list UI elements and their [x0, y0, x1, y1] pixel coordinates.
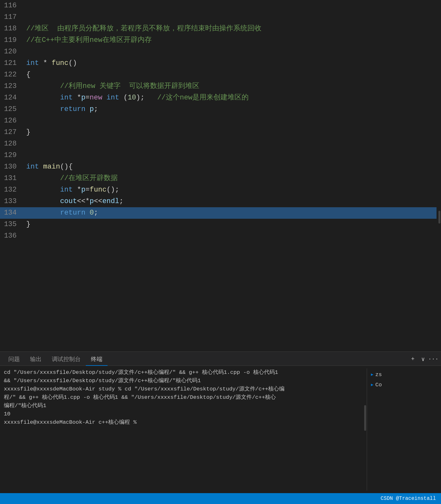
line-content [23, 138, 437, 150]
code-line: 136 [0, 230, 437, 242]
terminal-line: 程/" && g++ 核心代码1.cpp -o 核心代码1 && "/Users… [4, 393, 364, 402]
line-number: 135 [0, 219, 23, 230]
editor-area: 116 117 118//堆区 由程序员分配释放，若程序员不释放，程序结束时由操… [0, 0, 441, 351]
terminal-line: xxxxsfile@xxxxsdeMacBook-Air study % cd … [4, 385, 364, 393]
line-number: 128 [0, 138, 23, 150]
line-content: cout<<*p<<endl; [23, 196, 437, 207]
line-content: //在C++中主要利用new在堆区开辟内存 [23, 35, 437, 46]
terminal-sidebar-item[interactable]: ▶Co [370, 380, 435, 390]
line-number: 126 [0, 115, 23, 127]
status-bar-text: CSDN @Traceinstall [381, 496, 436, 501]
arrow-icon: ▶ [371, 381, 373, 390]
line-content: //在堆区开辟数据 [23, 173, 437, 184]
tab-bar-actions: + ∨ ··· [408, 355, 438, 364]
line-number: 121 [0, 58, 23, 69]
code-line: 127} [0, 127, 437, 138]
add-terminal-button[interactable]: + [408, 355, 417, 364]
terminal-chevron-button[interactable]: ∨ [419, 355, 428, 364]
code-line: 122{ [0, 69, 437, 81]
line-number: 136 [0, 230, 23, 242]
code-container[interactable]: 116 117 118//堆区 由程序员分配释放，若程序员不释放，程序结束时由操… [0, 0, 437, 351]
code-line: 123 //利用new 关键字 可以将数据开辟到堆区 [0, 81, 437, 92]
line-number: 122 [0, 69, 23, 81]
code-line: 116 [0, 0, 437, 12]
tab-bar: 问题输出调试控制台终端 + ∨ ··· [0, 352, 441, 366]
line-content [23, 12, 437, 23]
line-number: 124 [0, 92, 23, 104]
line-content: { [23, 69, 437, 81]
code-line: 129 [0, 150, 437, 161]
tab-输出[interactable]: 输出 [25, 352, 47, 366]
line-number: 131 [0, 173, 23, 184]
tab-调试控制台[interactable]: 调试控制台 [47, 352, 86, 366]
line-number: 132 [0, 184, 23, 196]
line-number: 130 [0, 161, 23, 173]
terminal-line: && "/Users/xxxxsfile/Desktop/study/源文件/c… [4, 377, 364, 385]
line-number: 119 [0, 35, 23, 46]
code-line: 121int * func() [0, 58, 437, 69]
terminal-line: 10 [4, 410, 364, 418]
line-content [23, 0, 437, 12]
code-line: 131 //在堆区开辟数据 [0, 173, 437, 184]
terminal-line: xxxxsfile@xxxxsdeMacBook-Air c++核心编程 % [4, 418, 364, 427]
terminal-content: cd "/Users/xxxxsfile/Desktop/study/源文件/c… [0, 366, 441, 493]
line-content: //利用new 关键字 可以将数据开辟到堆区 [23, 81, 437, 92]
terminal-line: cd "/Users/xxxxsfile/Desktop/study/源文件/c… [4, 368, 364, 377]
line-number: 134 [0, 207, 23, 219]
line-number: 116 [0, 0, 23, 12]
code-line: 125 return p; [0, 104, 437, 115]
terminal-more-button[interactable]: ··· [429, 355, 438, 364]
code-line: 135} [0, 219, 437, 230]
terminal-line: 编程/"核心代码1 [4, 402, 364, 410]
line-number: 118 [0, 23, 23, 35]
line-content: int *p=func(); [23, 184, 437, 196]
line-number: 129 [0, 150, 23, 161]
line-content: int main(){ [23, 161, 437, 173]
line-content: return 0; [23, 207, 437, 219]
code-line: 124 int *p=new int (10); //这个new是用来创建堆区的 [0, 92, 437, 104]
code-line: 126 [0, 115, 437, 127]
line-content: } [23, 219, 437, 230]
line-content: return p; [23, 104, 437, 115]
line-number: 123 [0, 81, 23, 92]
code-line: 132 int *p=func(); [0, 184, 437, 196]
tab-终端[interactable]: 终端 [86, 352, 108, 366]
code-line: 118//堆区 由程序员分配释放，若程序员不释放，程序结束时由操作系统回收 [0, 23, 437, 35]
line-content: } [23, 127, 437, 138]
code-line: 133 cout<<*p<<endl; [0, 196, 437, 207]
line-content: int * func() [23, 58, 437, 69]
line-content [23, 46, 437, 58]
line-number: 125 [0, 104, 23, 115]
code-line: 117 [0, 12, 437, 23]
arrow-icon: ▶ [371, 370, 373, 379]
code-line: 119//在C++中主要利用new在堆区开辟内存 [0, 35, 437, 46]
line-content [23, 150, 437, 161]
line-number: 120 [0, 46, 23, 58]
code-line: 128 [0, 138, 437, 150]
terminal-main[interactable]: cd "/Users/xxxxsfile/Desktop/study/源文件/c… [4, 368, 364, 491]
line-number: 117 [0, 12, 23, 23]
line-number: 133 [0, 196, 23, 207]
tab-问题[interactable]: 问题 [3, 352, 25, 366]
line-content: //堆区 由程序员分配释放，若程序员不释放，程序结束时由操作系统回收 [23, 23, 437, 35]
terminal-scrollbar-thumb[interactable] [364, 405, 366, 431]
terminal-sidebar: ▶zs▶Co [367, 368, 437, 491]
code-line: 134 return 0; [0, 207, 437, 219]
bottom-panel: 问题输出调试控制台终端 + ∨ ··· cd "/Users/xxxxsfile… [0, 352, 441, 493]
line-number: 127 [0, 127, 23, 138]
line-content [23, 115, 437, 127]
line-content [23, 230, 437, 242]
terminal-sidebar-item[interactable]: ▶zs [370, 370, 435, 380]
code-line: 130int main(){ [0, 161, 437, 173]
code-line: 120 [0, 46, 437, 58]
editor-scrollbar[interactable] [437, 0, 441, 351]
status-bar: CSDN @Traceinstall [0, 493, 441, 504]
terminal-scrollbar[interactable] [364, 368, 367, 491]
line-content: int *p=new int (10); //这个new是用来创建堆区的 [23, 92, 437, 104]
editor-scrollbar-thumb[interactable] [438, 211, 440, 224]
